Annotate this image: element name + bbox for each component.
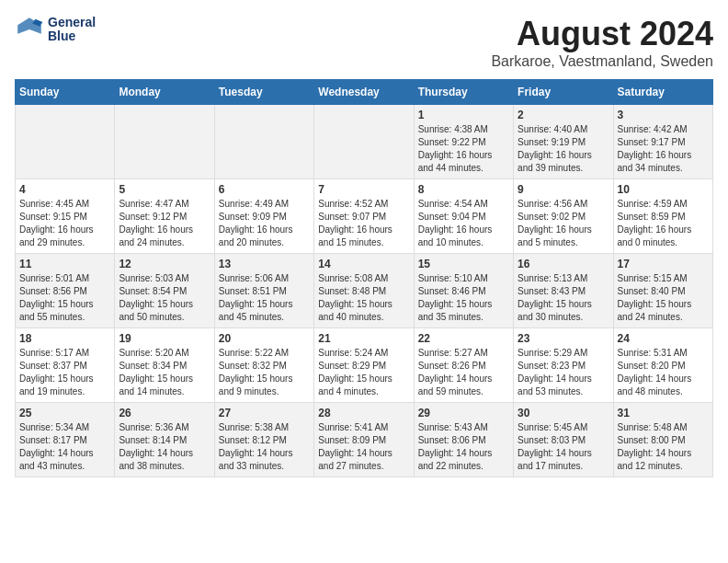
- header-sunday: Sunday: [16, 80, 115, 105]
- header-wednesday: Wednesday: [314, 80, 414, 105]
- cell-details: Sunrise: 5:38 AM Sunset: 8:12 PM Dayligh…: [219, 421, 310, 473]
- calendar-cell: 18Sunrise: 5:17 AM Sunset: 8:37 PM Dayli…: [16, 328, 115, 403]
- calendar-header: SundayMondayTuesdayWednesdayThursdayFrid…: [16, 80, 713, 105]
- calendar-cell: 4Sunrise: 4:45 AM Sunset: 9:15 PM Daylig…: [16, 179, 115, 254]
- calendar-cell: [115, 105, 214, 179]
- day-number: 21: [318, 332, 409, 345]
- day-number: 30: [518, 407, 609, 419]
- cell-details: Sunrise: 4:52 AM Sunset: 9:07 PM Dayligh…: [318, 198, 409, 249]
- cell-details: Sunrise: 4:45 AM Sunset: 9:15 PM Dayligh…: [19, 198, 110, 249]
- cell-details: Sunrise: 5:08 AM Sunset: 8:48 PM Dayligh…: [318, 272, 409, 324]
- calendar-cell: 6Sunrise: 4:49 AM Sunset: 9:09 PM Daylig…: [214, 179, 313, 254]
- cell-details: Sunrise: 5:24 AM Sunset: 8:29 PM Dayligh…: [318, 347, 409, 398]
- cell-details: Sunrise: 4:56 AM Sunset: 9:02 PM Dayligh…: [518, 198, 609, 249]
- calendar-cell: 10Sunrise: 4:59 AM Sunset: 8:59 PM Dayli…: [613, 179, 712, 254]
- week-row-2: 4Sunrise: 4:45 AM Sunset: 9:15 PM Daylig…: [16, 179, 713, 254]
- cell-details: Sunrise: 5:15 AM Sunset: 8:40 PM Dayligh…: [618, 272, 709, 324]
- cell-details: Sunrise: 5:43 AM Sunset: 8:06 PM Dayligh…: [418, 421, 509, 473]
- calendar-cell: 30Sunrise: 5:45 AM Sunset: 8:03 PM Dayli…: [514, 403, 613, 477]
- day-number: 26: [119, 407, 210, 419]
- day-number: 1: [418, 109, 509, 121]
- calendar-cell: [214, 105, 313, 179]
- cell-details: Sunrise: 5:03 AM Sunset: 8:54 PM Dayligh…: [119, 272, 210, 324]
- page-header: General Blue August 2024 Barkaroe, Vaest…: [15, 15, 713, 70]
- day-number: 19: [119, 332, 210, 345]
- calendar-cell: 28Sunrise: 5:41 AM Sunset: 8:09 PM Dayli…: [314, 403, 414, 477]
- cell-details: Sunrise: 5:27 AM Sunset: 8:26 PM Dayligh…: [418, 347, 509, 398]
- calendar-cell: 31Sunrise: 5:48 AM Sunset: 8:00 PM Dayli…: [613, 403, 712, 477]
- calendar-cell: 11Sunrise: 5:01 AM Sunset: 8:56 PM Dayli…: [16, 254, 115, 328]
- day-number: 2: [518, 109, 609, 121]
- calendar-body: 1Sunrise: 4:38 AM Sunset: 9:22 PM Daylig…: [16, 105, 713, 477]
- day-number: 18: [19, 332, 110, 345]
- cell-details: Sunrise: 5:01 AM Sunset: 8:56 PM Dayligh…: [19, 272, 110, 324]
- cell-details: Sunrise: 5:06 AM Sunset: 8:51 PM Dayligh…: [219, 272, 310, 324]
- calendar-cell: 15Sunrise: 5:10 AM Sunset: 8:46 PM Dayli…: [414, 254, 513, 328]
- week-row-1: 1Sunrise: 4:38 AM Sunset: 9:22 PM Daylig…: [16, 105, 713, 179]
- calendar-cell: 12Sunrise: 5:03 AM Sunset: 8:54 PM Dayli…: [115, 254, 214, 328]
- day-number: 3: [618, 109, 709, 121]
- subtitle: Barkaroe, Vaestmanland, Sweden: [491, 53, 713, 70]
- cell-details: Sunrise: 5:36 AM Sunset: 8:14 PM Dayligh…: [119, 421, 210, 473]
- cell-details: Sunrise: 5:13 AM Sunset: 8:43 PM Dayligh…: [518, 272, 609, 324]
- logo-icon: [15, 15, 44, 44]
- calendar-cell: 21Sunrise: 5:24 AM Sunset: 8:29 PM Dayli…: [314, 328, 414, 403]
- day-number: 22: [418, 332, 509, 345]
- day-number: 24: [618, 332, 709, 345]
- cell-details: Sunrise: 5:20 AM Sunset: 8:34 PM Dayligh…: [119, 347, 210, 398]
- cell-details: Sunrise: 5:31 AM Sunset: 8:20 PM Dayligh…: [618, 347, 709, 398]
- cell-details: Sunrise: 4:49 AM Sunset: 9:09 PM Dayligh…: [219, 198, 310, 249]
- title-block: August 2024 Barkaroe, Vaestmanland, Swed…: [491, 15, 713, 70]
- header-saturday: Saturday: [613, 80, 712, 105]
- week-row-3: 11Sunrise: 5:01 AM Sunset: 8:56 PM Dayli…: [16, 254, 713, 328]
- day-number: 4: [19, 183, 110, 196]
- cell-details: Sunrise: 4:47 AM Sunset: 9:12 PM Dayligh…: [119, 198, 210, 249]
- calendar-cell: 13Sunrise: 5:06 AM Sunset: 8:51 PM Dayli…: [214, 254, 313, 328]
- calendar-cell: 17Sunrise: 5:15 AM Sunset: 8:40 PM Dayli…: [613, 254, 712, 328]
- day-number: 6: [219, 183, 310, 196]
- calendar-cell: 20Sunrise: 5:22 AM Sunset: 8:32 PM Dayli…: [214, 328, 313, 403]
- header-monday: Monday: [115, 80, 214, 105]
- main-title: August 2024: [491, 15, 713, 53]
- calendar-cell: 9Sunrise: 4:56 AM Sunset: 9:02 PM Daylig…: [514, 179, 613, 254]
- day-number: 27: [219, 407, 310, 419]
- day-number: 5: [119, 183, 210, 196]
- calendar-table: SundayMondayTuesdayWednesdayThursdayFrid…: [15, 79, 713, 477]
- week-row-5: 25Sunrise: 5:34 AM Sunset: 8:17 PM Dayli…: [16, 403, 713, 477]
- cell-details: Sunrise: 4:59 AM Sunset: 8:59 PM Dayligh…: [618, 198, 709, 249]
- calendar-cell: 24Sunrise: 5:31 AM Sunset: 8:20 PM Dayli…: [613, 328, 712, 403]
- calendar-cell: 25Sunrise: 5:34 AM Sunset: 8:17 PM Dayli…: [16, 403, 115, 477]
- calendar-cell: 1Sunrise: 4:38 AM Sunset: 9:22 PM Daylig…: [414, 105, 513, 179]
- cell-details: Sunrise: 5:10 AM Sunset: 8:46 PM Dayligh…: [418, 272, 509, 324]
- header-row: SundayMondayTuesdayWednesdayThursdayFrid…: [16, 80, 713, 105]
- day-number: 13: [219, 258, 310, 270]
- logo-line1: General: [48, 16, 96, 29]
- calendar-cell: 7Sunrise: 4:52 AM Sunset: 9:07 PM Daylig…: [314, 179, 414, 254]
- week-row-4: 18Sunrise: 5:17 AM Sunset: 8:37 PM Dayli…: [16, 328, 713, 403]
- day-number: 25: [19, 407, 110, 419]
- cell-details: Sunrise: 4:42 AM Sunset: 9:17 PM Dayligh…: [618, 123, 709, 175]
- cell-details: Sunrise: 5:45 AM Sunset: 8:03 PM Dayligh…: [518, 421, 609, 473]
- calendar-cell: 16Sunrise: 5:13 AM Sunset: 8:43 PM Dayli…: [514, 254, 613, 328]
- calendar-cell: 14Sunrise: 5:08 AM Sunset: 8:48 PM Dayli…: [314, 254, 414, 328]
- day-number: 20: [219, 332, 310, 345]
- day-number: 9: [518, 183, 609, 196]
- cell-details: Sunrise: 5:41 AM Sunset: 8:09 PM Dayligh…: [318, 421, 409, 473]
- calendar-cell: 19Sunrise: 5:20 AM Sunset: 8:34 PM Dayli…: [115, 328, 214, 403]
- day-number: 8: [418, 183, 509, 196]
- cell-details: Sunrise: 5:48 AM Sunset: 8:00 PM Dayligh…: [618, 421, 709, 473]
- cell-details: Sunrise: 4:38 AM Sunset: 9:22 PM Dayligh…: [418, 123, 509, 175]
- day-number: 29: [418, 407, 509, 419]
- day-number: 28: [318, 407, 409, 419]
- logo: General Blue: [15, 15, 96, 44]
- day-number: 10: [618, 183, 709, 196]
- day-number: 12: [119, 258, 210, 270]
- calendar-cell: 22Sunrise: 5:27 AM Sunset: 8:26 PM Dayli…: [414, 328, 513, 403]
- day-number: 11: [19, 258, 110, 270]
- header-tuesday: Tuesday: [214, 80, 313, 105]
- day-number: 31: [618, 407, 709, 419]
- cell-details: Sunrise: 5:34 AM Sunset: 8:17 PM Dayligh…: [19, 421, 110, 473]
- calendar-cell: 2Sunrise: 4:40 AM Sunset: 9:19 PM Daylig…: [514, 105, 613, 179]
- day-number: 23: [518, 332, 609, 345]
- calendar-cell: 3Sunrise: 4:42 AM Sunset: 9:17 PM Daylig…: [613, 105, 712, 179]
